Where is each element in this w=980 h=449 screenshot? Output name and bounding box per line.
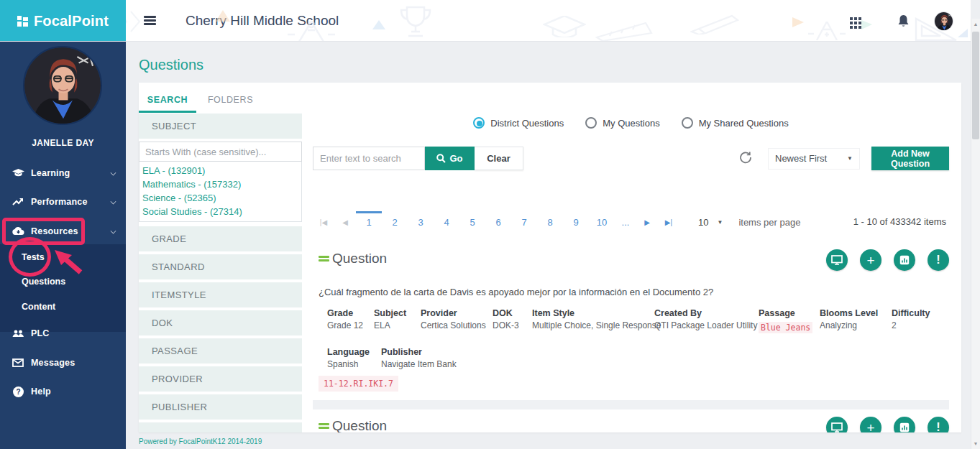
help-icon: ?	[12, 386, 24, 397]
pagination-page-4[interactable]: 4	[434, 211, 459, 233]
preview-monitor-button[interactable]	[826, 417, 848, 432]
pagination-page-9[interactable]: 9	[563, 211, 589, 233]
pagination-page-5[interactable]: 5	[459, 211, 485, 233]
refresh-icon[interactable]	[739, 151, 752, 167]
sidebar-item-performance[interactable]: Performance	[0, 190, 126, 213]
subject-option-science[interactable]: Science - (52365)	[139, 191, 301, 205]
search-input[interactable]	[313, 147, 425, 170]
top-header: FocalPoint Cherry Hill Middle School	[0, 0, 971, 42]
pagination-page-6[interactable]: 6	[485, 211, 511, 233]
chevron-down-icon	[111, 170, 116, 176]
pagination-last-button[interactable]: ▶|	[658, 218, 679, 226]
brand-name: FocalPoint	[34, 13, 109, 29]
brand-logo[interactable]: FocalPoint	[0, 0, 126, 42]
pagination-first-button[interactable]: |◀	[313, 218, 334, 226]
svg-text:?: ?	[16, 388, 20, 396]
bar-chart-icon	[899, 255, 910, 265]
stats-button[interactable]	[894, 417, 915, 432]
sidebar-item-resources[interactable]: Resources	[0, 220, 126, 243]
card-divider	[313, 400, 949, 409]
sidebar-nav: JANELLE DAY Learning Performance Resourc…	[0, 42, 126, 449]
main-content: Questions SEARCH FOLDERS SUBJECT ELA - (…	[126, 42, 971, 449]
scroll-up-icon[interactable]: ▲	[971, 22, 980, 27]
subject-filter-input[interactable]	[139, 142, 302, 162]
pagination-next-button[interactable]: ▶	[636, 218, 658, 226]
tab-folders[interactable]: FOLDERS	[196, 83, 265, 113]
add-to-test-button[interactable]: +	[860, 417, 881, 432]
monitor-icon	[831, 255, 843, 265]
filter-section-subject[interactable]: SUBJECT	[139, 114, 302, 139]
passage-link[interactable]: Blue Jeans	[759, 322, 812, 333]
subject-option-social-studies[interactable]: Social Studies - (27314)	[139, 205, 301, 218]
filter-section-provider[interactable]: PROVIDER	[139, 366, 302, 392]
meta-created-by: Created ByQTI Package Loader Utility	[654, 308, 759, 333]
vertical-scrollbar[interactable]: ▲ ▼	[971, 19, 980, 449]
decorative-graduation-icon	[543, 16, 586, 37]
pagination-page-8[interactable]: 8	[537, 211, 563, 233]
menu-toggle-icon[interactable]	[144, 16, 156, 25]
radio-my-questions[interactable]: My Questions	[585, 117, 659, 129]
sidebar-item-content[interactable]: Content	[0, 297, 126, 317]
question-scope-radios: District Questions My Questions My Share…	[313, 117, 949, 129]
meta-subject: SubjectELA	[374, 308, 421, 333]
subject-option-ela[interactable]: ELA - (132901)	[139, 164, 301, 177]
chevron-down-icon	[111, 228, 116, 234]
pagination-page-1[interactable]: 1	[356, 211, 382, 233]
flag-issue-button[interactable]: !	[928, 249, 949, 271]
pagination-page-2[interactable]: 2	[382, 211, 408, 233]
filter-section-standard[interactable]: STANDARD	[139, 254, 302, 279]
filter-section-itemstyle[interactable]: ITEMSTYLE	[139, 282, 302, 307]
people-icon	[12, 330, 24, 338]
sidebar-item-plc[interactable]: PLC	[0, 322, 126, 345]
filter-section-publisher[interactable]: PUBLISHER	[139, 394, 302, 420]
flag-issue-button[interactable]: !	[928, 417, 949, 432]
question-text: ¿Cuál fragmento de la carta de Davis es …	[319, 287, 944, 297]
notifications-bell-icon[interactable]	[897, 14, 910, 31]
plus-icon: +	[866, 421, 874, 433]
pagination-prev-button[interactable]: ◀	[334, 218, 356, 226]
question-card-actions: + !	[826, 417, 949, 432]
meta-grade: GradeGrade 12	[327, 308, 374, 333]
question-card-header: Question	[319, 251, 387, 267]
scroll-down-icon[interactable]: ▼	[971, 441, 980, 446]
apps-grid-icon[interactable]	[850, 17, 853, 20]
drag-handle-icon[interactable]	[319, 254, 329, 264]
sidebar-item-questions[interactable]: Questions	[0, 272, 126, 292]
stats-button[interactable]	[894, 249, 915, 271]
sidebar-item-help[interactable]: ? Help	[0, 380, 126, 403]
filter-section-dok[interactable]: DOK	[139, 310, 302, 335]
tab-search[interactable]: SEARCH	[139, 83, 196, 113]
pagination-ellipsis[interactable]: ...	[615, 217, 636, 228]
decorative-pencil-icon	[690, 13, 741, 34]
radio-district-questions[interactable]: District Questions	[473, 117, 564, 129]
question-card-actions: + !	[826, 249, 949, 271]
caret-down-icon: ▼	[847, 155, 853, 162]
filter-section-passage[interactable]: PASSAGE	[139, 338, 302, 364]
preview-monitor-button[interactable]	[826, 249, 848, 271]
question-card: Question + ! ¿Cuál fragmento de la carta…	[313, 242, 949, 400]
scrollbar-thumb[interactable]	[972, 32, 979, 139]
pagination-page-7[interactable]: 7	[511, 211, 537, 233]
resources-submenu: Tests Questions Content	[0, 244, 126, 332]
radio-my-shared-questions[interactable]: My Shared Questions	[682, 117, 789, 129]
sidebar-item-tests[interactable]: Tests	[0, 247, 126, 267]
drag-handle-icon[interactable]	[319, 422, 329, 431]
clear-button[interactable]: Clear	[475, 147, 523, 170]
standard-tag[interactable]: 11-12.RI.IKI.7	[319, 376, 398, 392]
go-button[interactable]: Go	[425, 147, 475, 170]
add-to-test-button[interactable]: +	[860, 249, 881, 271]
question-meta-row: GradeGrade 12 SubjectELA ProviderCertica…	[327, 308, 930, 333]
filter-section-grade[interactable]: GRADE	[139, 226, 302, 251]
add-new-question-button[interactable]: Add New Question	[871, 147, 949, 170]
profile-photo[interactable]	[23, 46, 102, 125]
envelope-icon	[12, 358, 24, 367]
sidebar-item-messages[interactable]: Messages	[0, 351, 126, 374]
tab-bar: SEARCH FOLDERS	[139, 83, 265, 113]
bar-chart-icon	[899, 422, 910, 432]
page-size-dropdown[interactable]: 10 ▼	[698, 217, 723, 228]
sort-dropdown[interactable]: Newest First ▼	[768, 148, 860, 170]
pagination-page-3[interactable]: 3	[408, 211, 434, 233]
sidebar-item-learning[interactable]: Learning	[0, 162, 126, 185]
pagination-page-10[interactable]: 10	[589, 211, 615, 233]
subject-option-mathematics[interactable]: Mathematics - (157332)	[139, 177, 301, 191]
